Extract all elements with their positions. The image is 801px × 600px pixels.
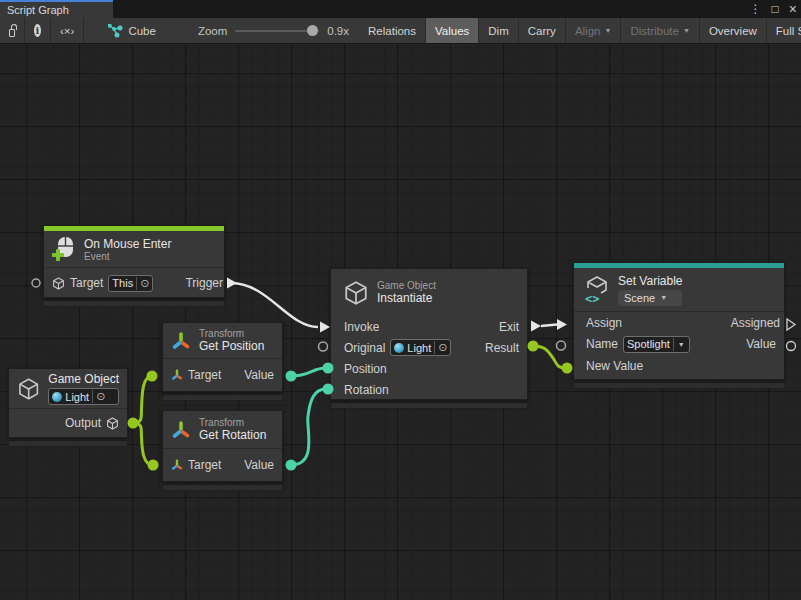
object-picker-icon[interactable]: ⊙ xyxy=(438,341,447,354)
object-picker-icon[interactable]: ⊙ xyxy=(96,390,105,403)
node-footer xyxy=(162,394,283,401)
node-category: Game Object xyxy=(377,280,436,291)
graph-toolbar: i ‹×› Cube Zoom 0.9x Relations Values Di… xyxy=(0,18,801,44)
toolbar-carry-button[interactable]: Carry xyxy=(519,18,566,43)
lock-button[interactable] xyxy=(0,18,25,43)
target-object-field[interactable]: This ⊙ xyxy=(108,275,153,292)
window-controls: ⋮ □ × xyxy=(750,0,797,18)
value-port-label: Value xyxy=(746,337,776,351)
node-title: Game Object xyxy=(48,372,119,386)
zoom-slider-handle[interactable] xyxy=(307,25,318,36)
node-title: Get Rotation xyxy=(199,428,266,442)
exit-port-label: Exit xyxy=(499,320,519,334)
getposition-value-port[interactable] xyxy=(286,371,297,382)
assigned-port-label: Assigned xyxy=(731,316,780,330)
lock-icon xyxy=(9,29,15,37)
original-port-label: Original xyxy=(344,341,385,355)
assign-port-label: Assign xyxy=(586,316,622,330)
chevron-down-icon: ▼ xyxy=(683,27,690,34)
node-footer xyxy=(43,300,225,307)
node-title: Instantiate xyxy=(377,291,436,305)
node-instantiate[interactable]: Game Object Instantiate Invoke Exit Orig… xyxy=(330,268,528,400)
game-object-icon xyxy=(52,277,65,290)
zoom-label: Zoom xyxy=(198,25,227,37)
node-get-rotation[interactable]: Transform Get Rotation Target Value xyxy=(162,410,283,482)
graph-name: Cube xyxy=(128,25,156,37)
graph-breadcrumb[interactable]: Cube xyxy=(84,18,168,43)
variables-button[interactable]: ‹×› xyxy=(51,18,84,43)
maximize-icon[interactable]: □ xyxy=(772,0,779,18)
node-game-object-literal[interactable]: Game Object Light ⊙ Output xyxy=(8,368,128,438)
object-picker-icon[interactable]: ⊙ xyxy=(140,277,149,290)
light-object-icon xyxy=(52,392,62,402)
variable-name-dropdown[interactable]: Spotlight ▼ xyxy=(623,336,690,353)
getrotation-target-port[interactable] xyxy=(148,460,159,471)
inspector-button[interactable]: i xyxy=(25,18,51,43)
variables-icon: ‹×› xyxy=(60,25,74,37)
tab-bar: Script Graph ⋮ □ × xyxy=(0,0,801,18)
node-subtitle: Event xyxy=(84,251,171,262)
transform-icon xyxy=(171,331,191,351)
zoom-control: Zoom 0.9x xyxy=(168,18,359,43)
rotation-port-label: Rotation xyxy=(344,383,389,397)
node-title: Get Position xyxy=(199,339,264,353)
zoom-value: 0.9x xyxy=(327,25,349,37)
tab-title: Script Graph xyxy=(7,4,69,16)
transform-icon xyxy=(171,420,191,440)
window-menu-icon[interactable]: ⋮ xyxy=(750,0,762,18)
newvalue-input-port[interactable] xyxy=(562,363,573,374)
game-object-icon xyxy=(343,280,369,306)
toolbar-dim-button[interactable]: Dim xyxy=(479,18,518,43)
node-footer xyxy=(330,402,528,409)
node-category: Transform xyxy=(199,328,264,339)
trigger-port-label: Trigger xyxy=(185,276,223,290)
svg-text:<>: <> xyxy=(585,292,599,305)
graph-icon xyxy=(108,24,123,38)
node-on-mouse-enter[interactable]: On Mouse Enter Event Target This ⊙ Trigg… xyxy=(43,225,225,298)
value-port-label: Value xyxy=(244,458,274,472)
wire-exit-to-assign[interactable] xyxy=(541,325,557,327)
position-port-label: Position xyxy=(344,362,387,376)
chevron-down-icon: ▼ xyxy=(604,27,611,34)
node-get-position[interactable]: Transform Get Position Target Value xyxy=(162,322,283,392)
node-title: On Mouse Enter xyxy=(84,237,171,251)
name-port-label: Name xyxy=(586,337,618,351)
result-port-label: Result xyxy=(485,341,519,355)
toolbar-overview-button[interactable]: Overview xyxy=(700,18,767,43)
invoke-port-label: Invoke xyxy=(344,320,379,334)
object-field[interactable]: Light ⊙ xyxy=(48,388,119,405)
chevron-down-icon: ▼ xyxy=(677,341,686,348)
getposition-target-port[interactable] xyxy=(147,371,158,382)
node-category: Transform xyxy=(199,417,266,428)
set-variable-icon: <> xyxy=(584,275,610,305)
close-icon[interactable]: × xyxy=(789,0,797,18)
node-set-variable[interactable]: <> Set Variable Scene ▼ Assign Assigned … xyxy=(573,262,785,380)
game-object-icon xyxy=(17,376,40,402)
tab-script-graph[interactable]: Script Graph xyxy=(0,0,113,18)
node-footer xyxy=(573,382,785,389)
getrotation-value-port[interactable] xyxy=(286,460,297,471)
target-port-label: Target xyxy=(188,458,221,472)
mouse-event-icon xyxy=(52,236,76,263)
output-port-label: Output xyxy=(65,416,101,430)
light-object-icon xyxy=(394,343,404,353)
light-output-port[interactable] xyxy=(128,418,139,429)
toolbar-fullscreen-button[interactable]: Full Screen xyxy=(767,18,801,43)
toolbar-align-button[interactable]: Align ▼ xyxy=(566,18,622,43)
target-port-label: Target xyxy=(188,368,221,382)
original-object-field[interactable]: Light ⊙ xyxy=(390,339,451,356)
variable-scope-dropdown[interactable]: Scene ▼ xyxy=(618,290,682,306)
node-footer xyxy=(8,440,128,447)
chevron-down-icon: ▼ xyxy=(660,294,667,301)
zoom-slider[interactable] xyxy=(235,30,319,32)
toolbar-relations-button[interactable]: Relations xyxy=(359,18,426,43)
new-value-port-label: New Value xyxy=(586,359,643,373)
transform-icon xyxy=(171,459,183,471)
rotation-input-port[interactable] xyxy=(323,384,334,395)
result-output-port[interactable] xyxy=(528,341,539,352)
position-input-port[interactable] xyxy=(323,363,334,374)
value-port-label: Value xyxy=(244,368,274,382)
toolbar-distribute-button[interactable]: Distribute ▼ xyxy=(621,18,700,43)
transform-icon xyxy=(171,369,183,381)
toolbar-values-button[interactable]: Values xyxy=(426,18,479,43)
